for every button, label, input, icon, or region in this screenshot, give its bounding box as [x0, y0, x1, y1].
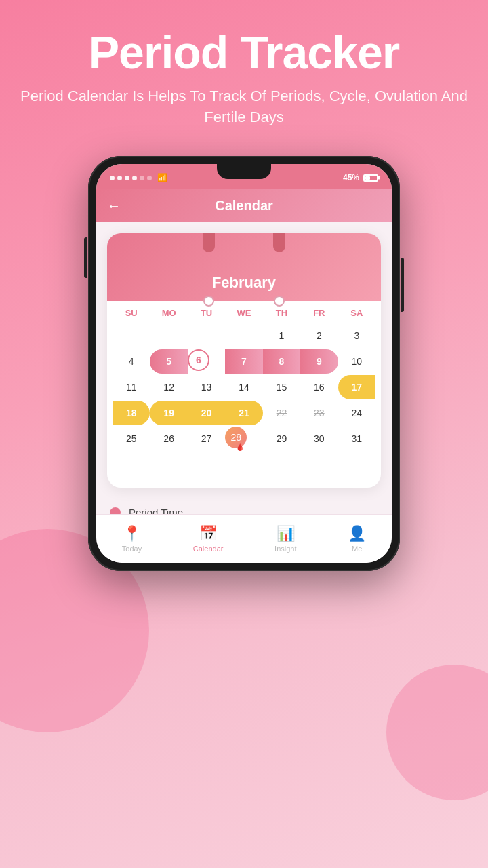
calendar-icon: 📅	[199, 525, 218, 542]
nav-calendar[interactable]: 📅 Calendar	[185, 519, 232, 558]
day-sa: SA	[338, 308, 375, 318]
day-we: WE	[225, 308, 262, 318]
battery-icon	[363, 174, 378, 182]
bottom-navigation: 📍 Today 📅 Calendar 📊 Insight 👤 Me	[96, 514, 392, 563]
cal-1[interactable]: 1	[263, 323, 300, 348]
cal-7[interactable]: 7	[225, 349, 262, 374]
cal-17[interactable]: 17	[338, 375, 375, 399]
cal-4[interactable]: 4	[113, 349, 150, 374]
cal-empty-2	[150, 323, 187, 348]
today-icon: 📍	[123, 525, 141, 542]
day-tu: TU	[188, 308, 225, 318]
calendar-card: February SU MO TU WE TH FR SA	[107, 233, 381, 488]
battery-indicator: 45%	[343, 173, 378, 182]
cal-20[interactable]: 20	[188, 401, 225, 425]
nav-label-today: Today	[122, 545, 142, 553]
cal-empty-4	[225, 323, 262, 348]
nav-label-calendar: Calendar	[193, 545, 224, 553]
cal-6[interactable]: 6	[188, 349, 209, 371]
drop-icon: 🩸	[236, 443, 244, 451]
cal-2[interactable]: 2	[300, 323, 338, 348]
signal-indicators: 📶	[110, 173, 167, 182]
signal-dot-2	[117, 176, 122, 180]
cal-14[interactable]: 14	[225, 375, 262, 399]
cal-22[interactable]: 22	[263, 401, 300, 425]
app-subtitle: Period Calendar Is Helps To Track Of Per…	[20, 86, 468, 128]
wifi-icon: 📶	[157, 173, 167, 182]
month-label: February	[212, 274, 276, 292]
cal-11[interactable]: 11	[113, 375, 150, 399]
ring-bottom-right	[274, 296, 285, 307]
cal-21[interactable]: 21	[225, 401, 262, 425]
cal-24[interactable]: 24	[338, 401, 375, 425]
app-bar: ← Calendar	[96, 189, 392, 222]
phone-frame: 📶 45% ← Calendar	[88, 156, 400, 571]
day-mo: MO	[150, 308, 187, 318]
cal-15[interactable]: 15	[263, 375, 300, 399]
cal-18[interactable]: 18	[113, 401, 150, 425]
signal-dot-5	[140, 176, 144, 180]
signal-dot-4	[132, 176, 137, 180]
cal-13[interactable]: 13	[188, 375, 225, 399]
header-section: Period Tracker Period Calendar Is Helps …	[0, 0, 488, 141]
insight-icon: 📊	[277, 525, 295, 542]
cal-empty-end	[113, 452, 150, 477]
day-th: TH	[263, 308, 300, 318]
cal-empty-3	[188, 323, 225, 348]
screen-title: Calendar	[215, 198, 273, 214]
calendar-grid: 1 2 3 4 5 6 7 8 9 10 11 12 13 14 15	[107, 321, 381, 488]
cal-12[interactable]: 12	[150, 375, 187, 399]
cal-29[interactable]: 29	[263, 427, 300, 451]
me-icon: 👤	[348, 525, 366, 542]
cal-10[interactable]: 10	[338, 349, 375, 374]
app-title: Period Tracker	[20, 27, 468, 78]
cal-3[interactable]: 3	[338, 323, 375, 348]
signal-dot-1	[110, 176, 115, 180]
cal-25[interactable]: 25	[113, 427, 150, 451]
cal-30[interactable]: 30	[300, 427, 338, 451]
phone-mockup: 📶 45% ← Calendar	[88, 156, 400, 571]
back-button[interactable]: ←	[107, 198, 121, 214]
nav-insight[interactable]: 📊 Insight	[266, 519, 304, 558]
day-headers: SU MO TU WE TH FR SA	[107, 301, 381, 321]
ring-right	[273, 233, 285, 252]
signal-dot-6	[147, 176, 152, 180]
cal-31[interactable]: 31	[338, 427, 375, 451]
ring-left	[203, 233, 215, 252]
nav-label-me: Me	[352, 545, 362, 553]
calendar-header: February	[107, 233, 381, 301]
day-su: SU	[113, 308, 150, 318]
cal-empty-1	[113, 323, 150, 348]
signal-dot-3	[125, 176, 129, 180]
nav-me[interactable]: 👤 Me	[340, 519, 374, 558]
cal-5[interactable]: 5	[150, 349, 187, 374]
nav-label-insight: Insight	[274, 545, 296, 553]
battery-fill	[365, 176, 370, 180]
phone-notch	[217, 164, 271, 179]
cal-27[interactable]: 27	[188, 427, 225, 451]
cal-16[interactable]: 16	[300, 375, 338, 399]
cal-8[interactable]: 8	[263, 349, 300, 374]
phone-screen: 📶 45% ← Calendar	[96, 164, 392, 563]
cal-9[interactable]: 9	[300, 349, 338, 374]
nav-today[interactable]: 📍 Today	[114, 519, 150, 558]
battery-percent: 45%	[343, 173, 359, 182]
cal-26[interactable]: 26	[150, 427, 187, 451]
day-fr: FR	[300, 308, 338, 318]
cal-23[interactable]: 23	[300, 401, 338, 425]
cal-19[interactable]: 19	[150, 401, 187, 425]
cal-28[interactable]: 28 🩸	[225, 427, 247, 448]
